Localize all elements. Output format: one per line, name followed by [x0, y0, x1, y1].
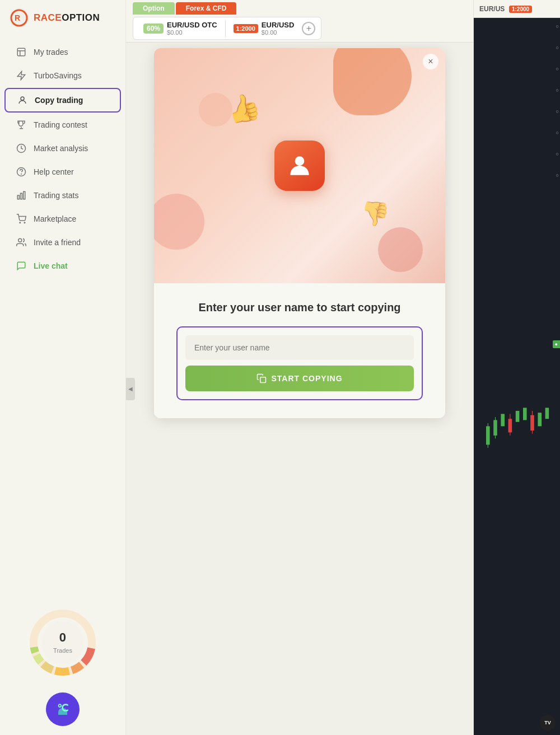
modal-title: Enter your user name to start copying [176, 301, 423, 314]
start-copying-button[interactable]: START COPYING [185, 366, 414, 391]
trades-icon [16, 46, 27, 58]
sidebar-item-invite-friend[interactable]: Invite a friend [4, 231, 121, 254]
svg-point-16 [18, 238, 22, 242]
logo-icon: R [9, 8, 29, 28]
svg-point-15 [24, 222, 25, 223]
tab-group: Option Forex & CFD 60% EUR/USD OTC $0.00… [133, 2, 321, 40]
sidebar-item-label-invite-friend: Invite a friend [34, 238, 81, 247]
price-badge: ● [553, 340, 560, 348]
sidebar-item-live-chat[interactable]: Live chat [4, 255, 121, 277]
tab-option[interactable]: Option [133, 2, 175, 15]
trades-count: 0 [53, 630, 72, 645]
right-panel-leverage: 1:2000 [509, 6, 532, 13]
sidebar-item-marketplace[interactable]: Marketplace [4, 208, 121, 230]
trades-donut-chart: 0 Trades [26, 606, 99, 679]
right-panel-header: EUR/US 1:2000 [474, 0, 560, 18]
currency-eur-usd[interactable]: 1:2000 EUR/USD $0.00 [229, 20, 299, 37]
avatar[interactable]: ℃ [46, 692, 80, 726]
modal-overlay: × 👍 👎 [126, 43, 473, 735]
sidebar-item-trading-contest[interactable]: Trading contest [4, 114, 121, 136]
person-icon-box [274, 141, 325, 191]
candlestick-chart [474, 103, 560, 713]
person-icon [286, 152, 314, 180]
currency-name: EUR/USD [262, 21, 295, 29]
sidebar: R RACEOPTION My trades TurboSavings Copy… [0, 0, 126, 735]
svg-rect-36 [523, 408, 527, 420]
sidebar-item-label-help-center: Help center [34, 167, 74, 176]
right-panel: EUR/US 1:2000 ○ ○ ○ ○ ○ ○ ○ ○ [473, 0, 560, 735]
tradingview-watermark: TV [540, 715, 556, 731]
svg-rect-27 [260, 377, 266, 383]
modal-close-button[interactable]: × [423, 54, 438, 69]
currency-eur-usd-otc[interactable]: 60% EUR/USD OTC $0.00 [139, 20, 222, 37]
svg-rect-35 [516, 411, 520, 422]
add-currency-button[interactable]: + [302, 22, 315, 35]
analysis-icon [16, 143, 27, 154]
avatar-icon: ℃ [54, 700, 72, 718]
blob-1 [333, 48, 412, 115]
sidebar-item-help-center[interactable]: Help center [4, 161, 121, 183]
main-area: Option Forex & CFD 60% EUR/USD OTC $0.00… [126, 0, 473, 735]
sidebar-item-trading-stats[interactable]: Trading stats [4, 184, 121, 207]
sidebar-item-my-trades[interactable]: My trades [4, 41, 121, 63]
sidebar-item-label-live-chat: Live chat [34, 261, 68, 270]
sidebar-item-label-my-trades: My trades [34, 48, 68, 57]
sidebar-item-label-trading-contest: Trading contest [34, 120, 87, 129]
thumbs-down-icon: 👎 [358, 198, 391, 230]
svg-text:℃: ℃ [57, 703, 68, 714]
modal-body: Enter your user name to start copying ST… [154, 283, 445, 418]
svg-rect-13 [24, 191, 25, 199]
right-panel-title: EUR/US [479, 5, 505, 13]
svg-rect-11 [17, 195, 19, 199]
turbo-icon [16, 70, 27, 81]
currency-pct: 60% [143, 24, 164, 34]
svg-point-7 [21, 97, 24, 100]
logo: R RACEOPTION [0, 0, 125, 36]
copy-btn-icon [256, 373, 267, 383]
sidebar-bottom: 0 Trades ℃ [0, 593, 125, 735]
modal-image: 👍 👎 [154, 48, 445, 283]
nav-items: My trades TurboSavings Copy trading Trad… [0, 36, 125, 593]
svg-rect-12 [21, 193, 22, 199]
tab-forex[interactable]: Forex & CFD [176, 2, 237, 15]
blob-2 [154, 194, 204, 250]
top-bar: Option Forex & CFD 60% EUR/USD OTC $0.00… [126, 0, 473, 43]
sidebar-item-market-analysis[interactable]: Market analysis [4, 137, 121, 160]
marketplace-icon [16, 213, 27, 224]
sidebar-item-turbo-savings[interactable]: TurboSavings [4, 64, 121, 87]
start-copying-label: START COPYING [271, 374, 342, 383]
svg-point-26 [295, 156, 305, 166]
svg-point-14 [20, 222, 21, 223]
currency-name-otc: EUR/USD OTC [167, 21, 217, 29]
chat-icon [16, 260, 27, 271]
copy-form: START COPYING [176, 326, 423, 400]
copy-icon [17, 95, 28, 106]
svg-point-10 [21, 174, 22, 174]
sidebar-item-copy-trading[interactable]: Copy trading [4, 88, 121, 113]
trades-label: Trades [53, 647, 72, 654]
currency-price: $0.00 [262, 29, 295, 36]
currency-bar: 60% EUR/USD OTC $0.00 1:2000 EUR/USD $0.… [133, 17, 321, 40]
sidebar-item-label-market-analysis: Market analysis [34, 144, 88, 153]
svg-text:R: R [15, 13, 20, 22]
sidebar-item-label-turbo-savings: TurboSavings [34, 71, 82, 80]
sidebar-item-label-copy-trading: Copy trading [35, 96, 83, 105]
sidebar-item-label-trading-stats: Trading stats [34, 191, 78, 200]
blob-3 [378, 227, 423, 272]
svg-rect-32 [501, 414, 505, 427]
svg-rect-3 [17, 48, 25, 56]
chart-panel: ○ ○ ○ ○ ○ ○ ○ ○ [474, 18, 560, 735]
tab-buttons: Option Forex & CFD [133, 2, 321, 15]
main-content: × 👍 👎 [126, 43, 473, 735]
currency-price-otc: $0.00 [167, 29, 217, 36]
svg-rect-40 [545, 408, 549, 419]
sidebar-item-label-marketplace: Marketplace [34, 214, 76, 223]
currency-leverage: 1:2000 [234, 24, 258, 33]
stats-icon [16, 190, 27, 201]
svg-marker-6 [17, 72, 25, 80]
help-icon [16, 166, 27, 177]
contest-icon [16, 119, 27, 130]
copy-trading-modal: × 👍 👎 [154, 48, 445, 418]
currency-divider [225, 20, 226, 37]
username-input[interactable] [185, 335, 414, 360]
